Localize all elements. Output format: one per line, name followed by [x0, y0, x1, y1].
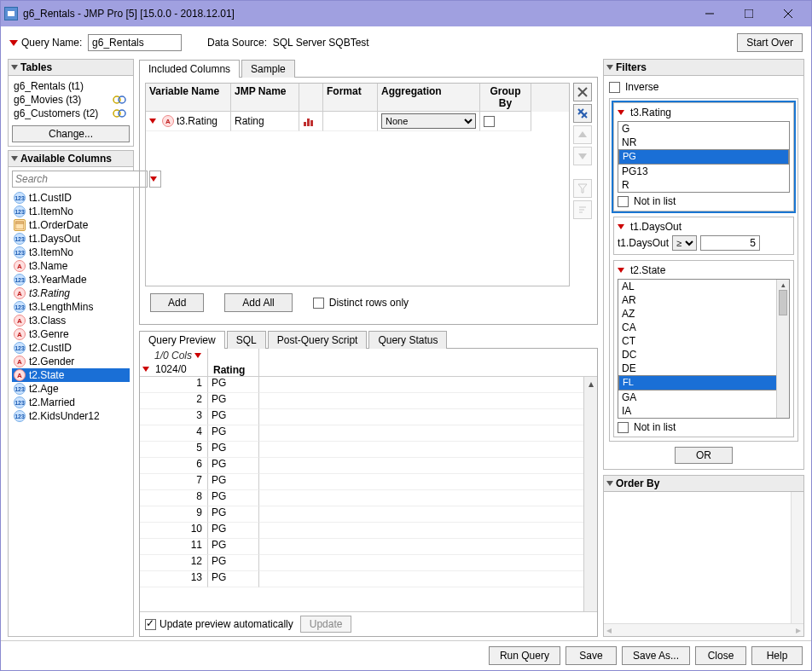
column-item[interactable]: 123t3.YearMade	[12, 273, 130, 286]
column-item[interactable]: t1.OrderDate	[12, 218, 130, 232]
preview-row[interactable]: 6PG	[140, 458, 583, 474]
preview-rows[interactable]: 1PG2PG3PG4PG5PG6PG7PG8PG9PG10PG11PG12PG1…	[140, 377, 583, 587]
filter-menu-icon[interactable]	[618, 224, 624, 229]
col-jmp-name[interactable]: JMP Name	[231, 84, 299, 112]
orderby-vscroll[interactable]	[791, 492, 803, 623]
column-item[interactable]: 123t2.Age	[12, 382, 130, 396]
query-name-input[interactable]	[88, 34, 182, 51]
filters-header[interactable]: Filters	[603, 59, 804, 76]
tab-included-columns[interactable]: Included Columns	[139, 60, 240, 78]
filter-option[interactable]: AL	[618, 280, 789, 293]
state-listbox[interactable]: ALARAZCACTDCDEFLGAIA▴	[618, 279, 790, 419]
tables-header[interactable]: Tables	[8, 59, 134, 76]
filter-option[interactable]: PG13	[618, 165, 789, 178]
col-variable-name[interactable]: Variable Name	[146, 84, 231, 112]
add-all-button[interactable]: Add All	[224, 293, 292, 312]
order-by-body[interactable]: ◂▸	[603, 492, 804, 637]
state-scrollbar[interactable]: ▴	[776, 280, 789, 418]
not-in-list-checkbox[interactable]: Not in list	[618, 195, 790, 207]
column-item[interactable]: 123t1.ItemNo	[12, 205, 130, 218]
column-item[interactable]: 123t2.CustID	[12, 341, 130, 355]
save-button[interactable]: Save	[566, 646, 617, 665]
filter-option[interactable]: DC	[618, 348, 789, 362]
filter-option[interactable]: AR	[618, 293, 789, 307]
column-item[interactable]: At3.Class	[12, 314, 130, 327]
preview-row[interactable]: 4PG	[140, 425, 583, 442]
minimize-button[interactable]	[690, 2, 729, 26]
order-by-header[interactable]: Order By	[603, 475, 804, 492]
preview-row[interactable]: 10PG	[140, 523, 583, 539]
move-down-button[interactable]	[573, 147, 592, 165]
column-item[interactable]: 123t3.LengthMins	[12, 300, 130, 314]
column-search-input[interactable]	[12, 171, 148, 188]
filter-option[interactable]: DE	[618, 362, 789, 375]
start-over-button[interactable]: Start Over	[737, 33, 803, 52]
table-row[interactable]: g6_Customers (t2)	[12, 107, 130, 120]
column-item[interactable]: 123t1.CustID	[12, 191, 130, 205]
col-aggregation[interactable]: Aggregation	[378, 84, 480, 112]
group-by-checkbox[interactable]	[484, 116, 495, 127]
column-item[interactable]: 123t2.Married	[12, 396, 130, 409]
filter-option[interactable]: CA	[618, 321, 789, 334]
close-button[interactable]: Close	[695, 646, 746, 665]
not-in-list-checkbox[interactable]: Not in list	[618, 421, 790, 433]
daysout-value-input[interactable]	[700, 235, 760, 251]
preview-row[interactable]: 5PG	[140, 442, 583, 458]
cols-menu-icon[interactable]	[194, 353, 201, 358]
column-item[interactable]: 123t1.DaysOut	[12, 232, 130, 246]
orderby-hscroll[interactable]: ◂▸	[604, 623, 803, 636]
remove-all-button[interactable]	[573, 104, 592, 123]
aggregation-select[interactable]: None	[381, 113, 476, 129]
filter-menu-icon[interactable]	[618, 110, 624, 115]
preview-row[interactable]: 8PG	[140, 490, 583, 506]
filter-option[interactable]: NR	[618, 136, 789, 149]
update-auto-checkbox[interactable]: Update preview automatically	[145, 618, 293, 630]
tab-query-status[interactable]: Query Status	[368, 331, 447, 349]
order-tool-button[interactable]	[573, 200, 592, 219]
filter-option[interactable]: FL	[618, 375, 789, 390]
run-query-button[interactable]: Run Query	[489, 646, 560, 665]
tab-sample[interactable]: Sample	[241, 60, 295, 78]
filter-option[interactable]: CT	[618, 334, 789, 348]
tab-query-preview[interactable]: Query Preview	[139, 331, 225, 349]
included-column-row[interactable]: At3.Rating Rating None	[146, 112, 569, 131]
move-up-button[interactable]	[573, 125, 592, 144]
column-item[interactable]: 123t3.ItemNo	[12, 246, 130, 259]
maximize-button[interactable]	[729, 2, 768, 26]
inverse-checkbox[interactable]: Inverse	[609, 81, 798, 93]
tab-post-query-script[interactable]: Post-Query Script	[268, 331, 368, 349]
col-group-by[interactable]: Group By	[480, 84, 531, 112]
row-menu-icon[interactable]	[149, 119, 156, 124]
preview-row[interactable]: 3PG	[140, 409, 583, 425]
help-button[interactable]: Help	[751, 646, 803, 665]
preview-row[interactable]: 11PG	[140, 539, 583, 555]
column-item[interactable]: At3.Genre	[12, 327, 130, 341]
column-item[interactable]: At3.Name	[12, 259, 130, 273]
filter-option[interactable]: AZ	[618, 307, 789, 321]
column-item[interactable]: 123t2.KidsUnder12	[12, 409, 130, 423]
rating-listbox[interactable]: GNRPGPG13R	[618, 121, 790, 193]
filter-option[interactable]: R	[618, 178, 789, 192]
preview-row[interactable]: 1PG	[140, 377, 583, 393]
preview-row[interactable]: 13PG	[140, 571, 583, 587]
available-columns-header[interactable]: Available Columns	[8, 150, 134, 167]
filter-option[interactable]: PG	[618, 149, 789, 165]
preview-row[interactable]: 9PG	[140, 506, 583, 523]
filter-tool-button[interactable]	[573, 179, 592, 198]
filter-option[interactable]: IA	[618, 404, 789, 418]
rows-menu-icon[interactable]	[142, 367, 149, 372]
preview-col-rating[interactable]: Rating	[208, 349, 259, 377]
add-button[interactable]: Add	[150, 293, 204, 312]
column-item[interactable]: At2.Gender	[12, 355, 130, 368]
close-window-button[interactable]	[768, 2, 808, 26]
col-format[interactable]: Format	[323, 84, 378, 112]
change-tables-button[interactable]: Change...	[12, 125, 130, 142]
filter-option[interactable]: G	[618, 122, 789, 136]
preview-row[interactable]: 12PG	[140, 555, 583, 571]
or-button[interactable]: OR	[675, 447, 733, 464]
column-item[interactable]: At3.Rating	[12, 286, 130, 300]
available-columns-list[interactable]: 123t1.CustID123t1.ItemNot1.OrderDate123t…	[12, 191, 130, 423]
preview-row[interactable]: 7PG	[140, 474, 583, 490]
update-preview-button[interactable]: Update	[300, 616, 352, 633]
preview-vscroll[interactable]: ▴	[583, 377, 597, 611]
